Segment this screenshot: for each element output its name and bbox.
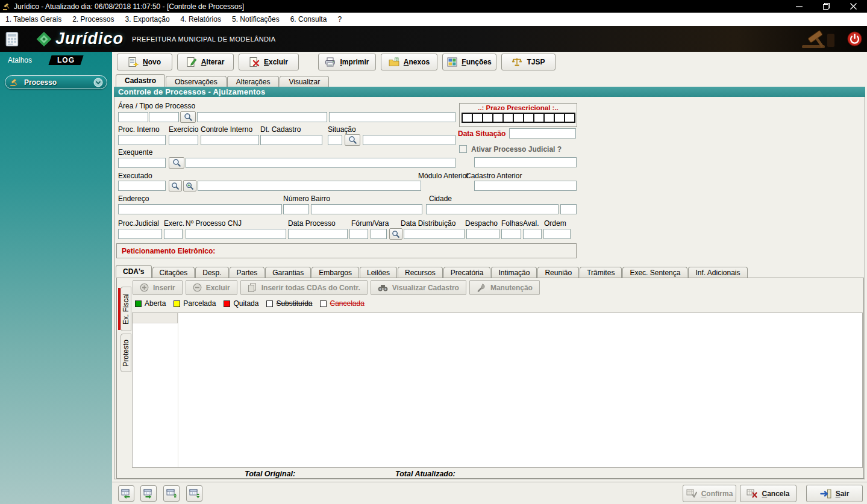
excluir-button[interactable]: Excluir	[239, 54, 299, 70]
tab-garantias[interactable]: Garantias	[265, 267, 311, 278]
menu-tabelas-gerais[interactable]: 1. Tabelas Gerais	[0, 13, 67, 26]
tipo-code-input[interactable]	[149, 112, 179, 122]
imprimir-button[interactable]: Imprimir	[318, 54, 376, 70]
menu-ajuda[interactable]: ?	[332, 13, 347, 26]
tab-inf-adicionais[interactable]: Inf. Adicionais	[688, 267, 747, 278]
tab-cadastro[interactable]: Cadastro	[116, 74, 165, 87]
minimize-button[interactable]	[786, 0, 813, 13]
cidade-input[interactable]	[426, 204, 559, 214]
executado-nome-input[interactable]	[198, 181, 421, 191]
alterar-button[interactable]: Alterar	[177, 54, 234, 70]
tab-intimacao[interactable]: Intimação	[491, 267, 537, 278]
grid-nav-button-3[interactable]	[163, 485, 180, 502]
executado-search-plus-button[interactable]	[183, 180, 196, 191]
menu-processos[interactable]: 2. Processos	[67, 13, 119, 26]
proc-interno-input[interactable]	[118, 135, 166, 145]
ordem-input[interactable]	[543, 229, 571, 239]
aval-input[interactable]	[523, 229, 542, 239]
tab-visualizar[interactable]: Visualizar	[280, 76, 329, 87]
tab-precatoria[interactable]: Precatória	[443, 267, 491, 278]
tab-observacoes[interactable]: Observações	[166, 76, 227, 87]
exequente-nome-input[interactable]	[186, 158, 455, 168]
exequente-extra-input[interactable]	[474, 157, 577, 167]
tab-desp[interactable]: Desp.	[195, 267, 228, 278]
power-button[interactable]	[847, 31, 862, 46]
cda-manutencao-button[interactable]: Manutenção	[469, 280, 540, 295]
tab-partes[interactable]: Partes	[230, 267, 265, 278]
endereco-input[interactable]	[118, 204, 282, 214]
tab-tramites[interactable]: Trâmites	[580, 267, 622, 278]
tipo-desc-input[interactable]	[329, 112, 455, 122]
confirma-button[interactable]: Confirma	[683, 485, 736, 502]
sidebar-item-processo[interactable]: Processo	[5, 75, 107, 89]
num-processo-cnj-input[interactable]	[186, 229, 286, 239]
vtab-ex-fiscal[interactable]: Ex. Fiscal	[121, 287, 131, 331]
menu-relatorios[interactable]: 4. Relatórios	[175, 13, 227, 26]
area-code-input[interactable]	[118, 112, 148, 122]
cadastro-anterior-input[interactable]	[474, 181, 577, 191]
menu-notificacoes[interactable]: 5. Notificações	[227, 13, 285, 26]
dt-cadastro-input[interactable]	[260, 135, 322, 145]
tab-cdas[interactable]: CDA's	[116, 265, 152, 278]
despacho-input[interactable]	[466, 229, 499, 239]
vtab-protesto[interactable]: Protesto	[121, 334, 131, 372]
chevron-down-icon[interactable]	[93, 78, 103, 87]
vara-code-input[interactable]	[371, 229, 387, 239]
tab-citacoes[interactable]: Citações	[152, 267, 195, 278]
exequente-code-input[interactable]	[118, 158, 166, 168]
sair-button[interactable]: Sair	[806, 485, 863, 502]
log-badge[interactable]: LOG	[48, 55, 83, 65]
executado-code-input[interactable]	[118, 181, 166, 191]
restore-button[interactable]	[813, 0, 840, 13]
close-button[interactable]	[840, 0, 867, 13]
executado-search-button[interactable]	[169, 180, 182, 191]
cda-excluir-button[interactable]: Excluir	[186, 280, 237, 295]
menu-exportacao[interactable]: 3. Exportação	[120, 13, 175, 26]
area-desc-input[interactable]	[197, 112, 327, 122]
exercicio-input[interactable]	[169, 135, 198, 145]
exequente-search-button[interactable]	[169, 157, 184, 169]
bairro-input[interactable]	[311, 204, 422, 214]
menu-consulta[interactable]: 6. Consulta	[285, 13, 333, 26]
novo-button[interactable]: Novo	[117, 54, 172, 70]
grid-nav-button-1[interactable]	[118, 485, 134, 502]
cda-grid[interactable]	[132, 313, 863, 468]
data-distribuicao-input[interactable]	[404, 229, 465, 239]
tab-exec-sentenca[interactable]: Exec. Sentença	[622, 267, 687, 278]
num-processo-cnj-label: Nº Processo CNJ	[186, 219, 242, 228]
situacao-search-button[interactable]	[345, 134, 360, 146]
cancela-button[interactable]: Cancela	[740, 485, 797, 502]
ativar-judicial-checkbox[interactable]	[459, 145, 467, 153]
cda-inserir-todas-button[interactable]: Inserir todas CDAs do Contr.	[240, 280, 368, 295]
tab-leiloes[interactable]: Leilões	[360, 267, 397, 278]
numero-input[interactable]	[283, 204, 309, 214]
cda-visualizar-cadastro-button[interactable]: Visualizar Cadastro	[371, 280, 466, 295]
proc-judicial-input[interactable]	[118, 229, 162, 239]
funcoes-button[interactable]: Funções	[442, 54, 496, 70]
data-processo-input[interactable]	[288, 229, 348, 239]
situacao-code-input[interactable]	[328, 135, 342, 145]
folhas-input[interactable]	[501, 229, 521, 239]
grid-nav-button-2[interactable]	[140, 485, 157, 502]
area-tipo-search-button[interactable]	[180, 111, 196, 123]
situacao-desc-input[interactable]	[363, 135, 455, 145]
tab-alteracoes[interactable]: Alterações	[227, 76, 280, 87]
calculator-icon[interactable]	[5, 31, 20, 47]
tab-embargos[interactable]: Embargos	[311, 267, 359, 278]
app-icon[interactable]	[2, 2, 11, 11]
tab-reuniao[interactable]: Reunião	[537, 267, 579, 278]
tjsp-button[interactable]: TJSP	[501, 54, 556, 70]
forum-vara-search-button[interactable]	[389, 228, 402, 240]
anexos-button[interactable]: Anexos	[381, 54, 437, 70]
cda-inserir-button[interactable]: Inserir	[133, 280, 183, 295]
uf-input[interactable]	[560, 204, 577, 214]
grid-nav-button-4[interactable]	[186, 485, 202, 502]
forum-code-input[interactable]	[349, 229, 368, 239]
bottom-bar: Confirma Cancela Sair	[112, 482, 867, 504]
data-situacao-input[interactable]	[509, 128, 576, 138]
endereco-label: Endereço	[118, 194, 149, 203]
controle-interno-input[interactable]	[201, 135, 259, 145]
exerc-input[interactable]	[164, 229, 183, 239]
tab-recursos[interactable]: Recursos	[398, 267, 443, 278]
cadastro-anterior-label: Cadastro Anterior	[466, 172, 522, 180]
